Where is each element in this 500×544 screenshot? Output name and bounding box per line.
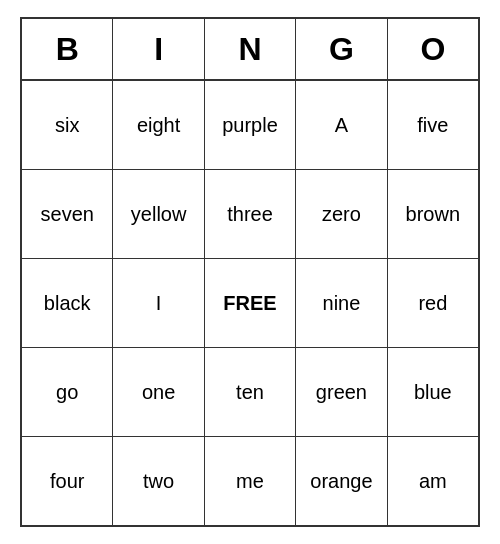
bingo-cell: am [388, 437, 478, 525]
bingo-cell: four [22, 437, 113, 525]
bingo-cell: FREE [205, 259, 296, 347]
bingo-cell: nine [296, 259, 387, 347]
bingo-header: BINGO [22, 19, 478, 81]
header-letter: N [205, 19, 296, 79]
bingo-cell: seven [22, 170, 113, 258]
bingo-cell: zero [296, 170, 387, 258]
bingo-row: sevenyellowthreezerobrown [22, 170, 478, 259]
bingo-cell: eight [113, 81, 204, 169]
bingo-cell: brown [388, 170, 478, 258]
bingo-row: blackIFREEninered [22, 259, 478, 348]
bingo-cell: black [22, 259, 113, 347]
bingo-cell: one [113, 348, 204, 436]
bingo-cell: three [205, 170, 296, 258]
bingo-row: fourtwomeorangeam [22, 437, 478, 525]
bingo-cell: ten [205, 348, 296, 436]
header-letter: G [296, 19, 387, 79]
header-letter: O [388, 19, 478, 79]
bingo-cell: I [113, 259, 204, 347]
bingo-cell: A [296, 81, 387, 169]
bingo-cell: go [22, 348, 113, 436]
bingo-cell: orange [296, 437, 387, 525]
bingo-row: sixeightpurpleAfive [22, 81, 478, 170]
bingo-body: sixeightpurpleAfivesevenyellowthreezerob… [22, 81, 478, 525]
bingo-cell: green [296, 348, 387, 436]
bingo-cell: yellow [113, 170, 204, 258]
header-letter: B [22, 19, 113, 79]
bingo-cell: blue [388, 348, 478, 436]
bingo-cell: five [388, 81, 478, 169]
bingo-cell: purple [205, 81, 296, 169]
bingo-cell: two [113, 437, 204, 525]
bingo-card: BINGO sixeightpurpleAfivesevenyellowthre… [20, 17, 480, 527]
bingo-cell: red [388, 259, 478, 347]
bingo-cell: six [22, 81, 113, 169]
bingo-cell: me [205, 437, 296, 525]
bingo-row: goonetengreenblue [22, 348, 478, 437]
header-letter: I [113, 19, 204, 79]
